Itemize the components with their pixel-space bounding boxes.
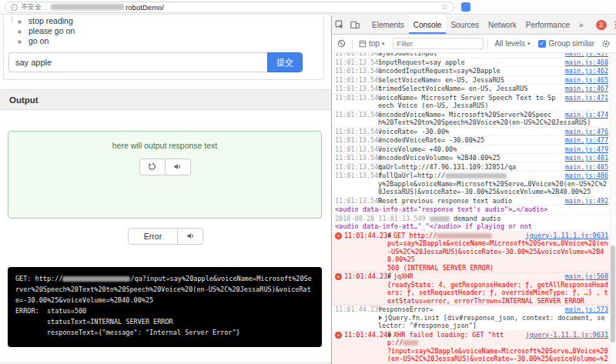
console-entry[interactable]: 11:01:13.545main.js:465selectVoiceName= … — [332, 76, 616, 85]
error-icon: × — [335, 273, 342, 280]
console-entry[interactable]: ×11:01:44.234jquery-1.11.1.js:9631GET ht… — [332, 232, 616, 273]
clear-console-button[interactable] — [335, 39, 348, 48]
group-similar-checkbox[interactable]: ✓ — [538, 40, 546, 48]
audio-controls — [8, 159, 321, 175]
console-entry[interactable]: <audio data-info-att="response text's au… — [332, 205, 616, 215]
source-link[interactable]: main.js:474 — [565, 111, 608, 119]
error-status-pill[interactable]: Error — [128, 228, 178, 245]
history-item[interactable]: please go on — [28, 26, 323, 36]
devtools-tab[interactable]: Elements — [367, 15, 409, 34]
source-link[interactable]: main.js:481 — [565, 154, 608, 162]
message-input[interactable] — [8, 52, 267, 72]
redacted-text — [430, 216, 450, 222]
console-entry[interactable]: 11:01:13.546main.js:467trimedSelectVoice… — [332, 85, 616, 94]
devtools-tab[interactable]: Network — [484, 15, 521, 34]
console-entry[interactable]: 11:01:13.548main.js:485qaUrl=http://47.9… — [332, 163, 616, 172]
source-link[interactable]: main.js:485 — [565, 163, 608, 172]
levels-label: All levels — [494, 39, 524, 48]
history-item[interactable]: go on — [28, 36, 323, 46]
security-label: 不安全 — [21, 2, 42, 12]
source-link[interactable]: main.js:462 — [565, 67, 608, 75]
devtools-tab[interactable]: Performance — [521, 15, 574, 34]
devtools-tab[interactable]: » — [574, 15, 588, 34]
extension-icon[interactable] — [461, 2, 470, 12]
console-toolbar: top ▾ All levels ▾ ✓ Group similar — [332, 35, 616, 53]
speaker-icon — [186, 231, 195, 242]
content-area: ⋮ stop readingplease go ongo on 提交 Outpu… — [0, 15, 616, 364]
play-audio-button[interactable] — [165, 159, 191, 175]
expand-triangle-icon[interactable] — [388, 332, 391, 337]
devtools-tab[interactable]: Console — [409, 15, 447, 34]
console-entry[interactable]: 11:01:13.548main.js:486fullQaUrl=http://… — [332, 172, 616, 197]
source-link[interactable]: main.js:492 — [565, 197, 608, 205]
info-icon[interactable]: i — [11, 4, 18, 11]
error-speaker-button[interactable] — [177, 228, 203, 245]
source-link[interactable]: main.js:568 — [565, 272, 608, 281]
submit-button[interactable]: 提交 — [267, 52, 303, 72]
console-message: main.js:573responseError=jQuery.fn.init … — [378, 306, 608, 330]
console-entry[interactable]: 11:01:13.545main.js:460inputRequest=say … — [332, 58, 616, 68]
divider — [352, 38, 353, 49]
console-context-dropdown[interactable]: top ▾ — [357, 39, 387, 48]
source-link[interactable]: main.js:460 — [565, 58, 608, 67]
console-settings-gear-icon[interactable] — [599, 39, 613, 48]
source-link[interactable]: main.js:486 — [565, 172, 608, 180]
output-heading: Output — [0, 90, 331, 110]
source-link[interactable]: main.js:573 — [565, 306, 608, 314]
address-bar[interactable]: i 不安全 | robotDemo/ ☆ — [5, 2, 454, 13]
console-entry[interactable]: 11:01:13.545main.js:462encodedInputReque… — [332, 67, 616, 76]
source-link[interactable]: main.js:457 — [565, 53, 608, 58]
source-link[interactable]: main.js:465 — [565, 76, 608, 85]
error-count-badge[interactable]: 2 — [596, 20, 607, 30]
console-entry[interactable]: 11:01:13.547main.js:476voiceRate= -30.00… — [332, 128, 616, 137]
console-entry[interactable]: ×11:01:44.240jquery-1.11.1.js:9631XHR fa… — [332, 331, 616, 364]
source-link[interactable]: main.js:479 — [565, 145, 608, 154]
console-entry[interactable]: 11:01:44.239main.js:573responseError=jQu… — [332, 306, 616, 331]
console-log: 11:01:13.545main.js:457ajaxSubmitInput11… — [332, 53, 616, 364]
source-link[interactable]: main.js:477 — [565, 136, 608, 145]
console-timestamp: 11:01:13.547 — [335, 128, 378, 136]
console-entry[interactable]: 11:01:13.547main.js:477encodedVoiceRate=… — [332, 136, 616, 145]
redacted-text — [403, 340, 418, 346]
expand-triangle-icon[interactable] — [379, 316, 382, 320]
kebab-menu-icon[interactable]: ⋮ — [607, 19, 616, 30]
devtools-tab[interactable]: Sources — [446, 15, 484, 34]
devtools-tabbar: ElementsConsoleSourcesNetworkPerformance… — [332, 15, 616, 35]
address-separator: | — [45, 3, 47, 11]
console-message: main.js:481encodedVoiceVolume= %2B40.00%… — [378, 154, 608, 162]
expand-triangle-icon[interactable] — [388, 233, 391, 238]
source-link[interactable]: main.js:467 — [565, 85, 608, 93]
inspect-element-icon[interactable] — [332, 20, 347, 29]
suggestions-panel: ⋮ stop readingplease go ongo on 提交 — [3, 15, 324, 80]
context-label: top — [369, 39, 380, 48]
bookmark-star-icon[interactable]: ☆ — [441, 3, 448, 11]
redacted-text — [62, 276, 130, 282]
log-levels-dropdown[interactable]: All levels ▾ — [492, 39, 532, 48]
console-entry[interactable]: 11:01:13.546main.js:474encodedVoiceName=… — [332, 111, 616, 128]
console-entry[interactable]: 11:01:13.549main.js:492Reset previous re… — [332, 197, 616, 206]
source-link[interactable]: jquery-1.11.1.js:9631 — [526, 331, 608, 339]
console-timestamp: 11:01:44.234 — [344, 232, 387, 240]
redacted-text — [437, 233, 492, 239]
console-scrollbar[interactable] — [610, 53, 616, 364]
console-message: main.js:568jqXHR{readyState: 4, getRespo… — [387, 272, 608, 305]
response-placeholder: here will output response text — [8, 141, 321, 150]
scrollbar-thumb[interactable] — [611, 245, 615, 342]
console-entry[interactable]: 11:01:13.548main.js:481encodedVoiceVolum… — [332, 154, 616, 163]
console-timestamp: 11:01:13.545 — [335, 67, 378, 75]
history-item[interactable]: stop reading — [28, 16, 323, 26]
filter-input[interactable] — [393, 38, 484, 49]
console-message: main.js:479voiceVolume= +40.00% — [378, 145, 608, 154]
console-entry[interactable]: 11:01:13.547main.js:479voiceVolume= +40.… — [332, 145, 616, 155]
source-link[interactable]: main.js:476 — [565, 128, 608, 136]
refresh-button[interactable] — [139, 159, 166, 175]
source-link[interactable]: jquery-1.11.1.js:9631 — [526, 232, 608, 240]
console-entry[interactable]: 11:01:13.546main.js:471voiceName= Micros… — [332, 94, 616, 111]
expand-triangle-icon[interactable] — [388, 274, 391, 279]
console-entry[interactable]: 2018-08-28 11:01:13.549 demand audio<aud… — [332, 215, 616, 232]
chevron-down-icon: ▾ — [382, 41, 385, 47]
console-timestamp: 11:01:44.239 — [335, 306, 378, 314]
source-link[interactable]: main.js:471 — [565, 94, 608, 102]
console-entry[interactable]: ×11:01:44.237main.js:568jqXHR{readyState… — [332, 272, 616, 306]
device-toolbar-icon[interactable] — [347, 20, 363, 29]
